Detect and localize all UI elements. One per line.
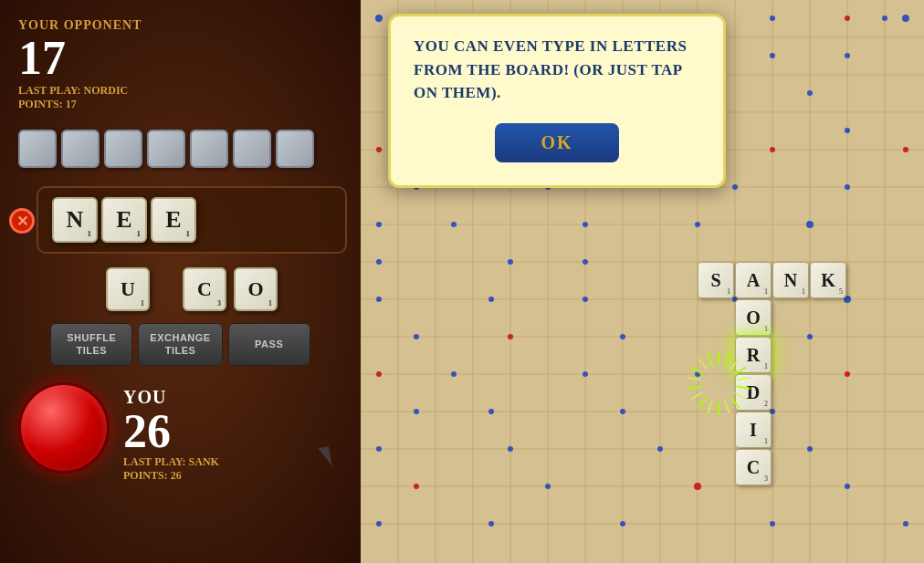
rack-tiles-row: U 1 C 3 O 1: [0, 263, 361, 316]
opponent-tile-1: [18, 130, 57, 168]
close-button[interactable]: ✕: [9, 208, 35, 234]
svg-point-66: [376, 259, 382, 265]
svg-point-67: [508, 259, 513, 265]
rack-tile-U[interactable]: U 1: [106, 267, 150, 311]
svg-point-61: [376, 222, 382, 227]
svg-line-106: [734, 392, 746, 400]
tooltip-dialog: You can even type in letters from the bo…: [388, 14, 726, 188]
board-tile-S[interactable]: S 1: [698, 262, 734, 298]
svg-point-83: [414, 409, 419, 414]
svg-point-52: [376, 147, 382, 152]
board-tile-K[interactable]: K 5: [810, 262, 846, 298]
svg-point-36: [770, 16, 775, 21]
tile-E2[interactable]: E 1: [151, 197, 196, 243]
svg-point-78: [376, 371, 382, 377]
svg-point-29: [375, 15, 383, 22]
exchange-button[interactable]: Exchange Tiles: [138, 323, 222, 366]
svg-line-115: [691, 368, 703, 375]
opponent-last-play: Last Play: NORDIC: [18, 84, 342, 98]
svg-line-107: [730, 397, 740, 407]
svg-line-116: [698, 359, 708, 369]
you-section: You 26 Last Play: SANK Points: 26: [0, 373, 361, 492]
svg-line-102: [730, 359, 740, 369]
svg-point-90: [807, 446, 813, 452]
svg-point-59: [732, 184, 738, 190]
svg-point-80: [583, 371, 588, 377]
rack-tile-O[interactable]: O 1: [234, 267, 278, 311]
rack-tile-C[interactable]: C 3: [183, 267, 226, 311]
board-tile-A[interactable]: A 1: [735, 262, 772, 298]
svg-point-44: [845, 53, 850, 58]
svg-point-91: [414, 484, 419, 489]
svg-point-39: [902, 15, 909, 22]
svg-line-108: [725, 401, 730, 413]
svg-point-96: [488, 521, 494, 527]
opponent-tile-6: [233, 130, 271, 168]
svg-point-56: [903, 147, 908, 152]
svg-point-47: [807, 90, 813, 96]
svg-point-75: [508, 334, 513, 339]
board-tile-C[interactable]: C 3: [735, 449, 772, 485]
opponent-tile-7: [276, 130, 314, 168]
svg-point-37: [845, 16, 850, 21]
svg-line-112: [691, 392, 703, 400]
svg-point-69: [376, 297, 382, 302]
you-score: 26: [123, 408, 219, 455]
you-last-play: Last Play: SANK: [123, 455, 219, 469]
svg-point-74: [414, 334, 419, 339]
opponent-tiles: [0, 120, 361, 177]
opponent-section: Your Opponent 17 Last Play: NORDIC Point…: [0, 0, 361, 120]
svg-point-77: [807, 334, 813, 339]
svg-point-76: [620, 334, 625, 339]
svg-point-88: [508, 446, 513, 452]
opponent-label: Your Opponent: [18, 18, 342, 33]
svg-point-85: [620, 409, 625, 414]
svg-line-113: [688, 386, 701, 389]
svg-point-43: [770, 53, 775, 58]
board-tile-N[interactable]: N 1: [772, 262, 809, 298]
board-area[interactable]: S 1 A 1 N 1 K 5 O 1 R 1 D 2 I 1 C 3 You: [361, 0, 924, 563]
svg-point-93: [694, 483, 701, 490]
svg-point-95: [376, 521, 382, 527]
svg-point-82: [845, 371, 850, 377]
svg-point-68: [583, 259, 588, 265]
you-info: You 26 Last Play: SANK Points: 26: [123, 382, 219, 483]
you-points: Points: 26: [123, 469, 219, 483]
svg-point-89: [657, 446, 663, 452]
svg-point-55: [770, 147, 775, 152]
svg-point-99: [903, 521, 908, 527]
player-avatar: [18, 382, 110, 474]
svg-line-101: [725, 353, 730, 366]
action-buttons: Shuffle Tiles Exchange Tiles Pass: [0, 316, 361, 373]
ok-button[interactable]: OK: [495, 123, 618, 162]
opponent-tile-4: [147, 130, 185, 168]
board-tile-O1[interactable]: O 1: [735, 299, 772, 336]
svg-line-103: [734, 368, 746, 375]
svg-point-65: [806, 221, 814, 228]
word-input-area[interactable]: N 1 E 1 E 1: [37, 186, 347, 254]
svg-line-114: [688, 378, 701, 381]
left-panel: Your Opponent 17 Last Play: NORDIC Point…: [0, 0, 361, 563]
svg-point-64: [695, 222, 700, 227]
svg-point-63: [583, 222, 588, 227]
opponent-points: Points: 17: [18, 98, 342, 111]
opponent-tile-3: [104, 130, 142, 168]
svg-line-117: [708, 353, 712, 366]
svg-point-87: [376, 446, 382, 452]
svg-point-51: [845, 128, 850, 133]
svg-line-111: [698, 397, 708, 407]
opponent-tile-5: [190, 130, 228, 168]
svg-point-92: [545, 484, 551, 489]
shuffle-button[interactable]: Shuffle Tiles: [50, 323, 132, 366]
svg-point-38: [882, 16, 887, 21]
svg-point-97: [620, 521, 625, 527]
tile-N[interactable]: N 1: [52, 197, 98, 243]
svg-point-62: [451, 222, 457, 227]
svg-point-94: [845, 484, 850, 489]
svg-line-110: [708, 401, 712, 413]
svg-line-105: [737, 386, 751, 389]
tile-E1[interactable]: E 1: [101, 197, 147, 243]
pass-button[interactable]: Pass: [228, 323, 310, 366]
svg-point-98: [770, 521, 775, 527]
svg-point-60: [845, 184, 850, 190]
